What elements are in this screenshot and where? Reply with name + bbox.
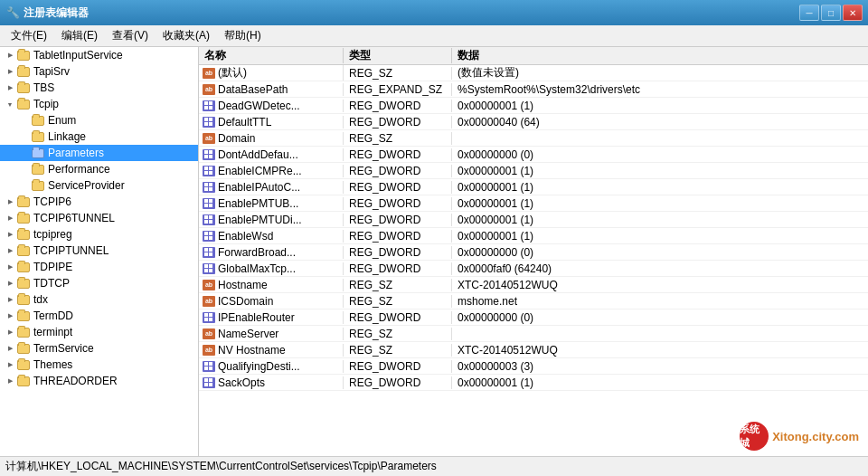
cell-name-11: ForwardBroad... <box>199 246 344 259</box>
tree-node-tdx[interactable]: tdx <box>0 291 198 308</box>
tree-node-terminpt[interactable]: terminpt <box>0 324 198 340</box>
table-row[interactable]: ab(默认)REG_SZ(数值未设置) <box>199 65 868 81</box>
svg-rect-51 <box>209 383 212 386</box>
minimize-button[interactable]: ─ <box>799 5 819 21</box>
cell-name-9: EnablePMTUDi... <box>199 214 344 226</box>
maximize-button[interactable]: □ <box>821 5 841 21</box>
menu-item-编辑(E)[interactable]: 编辑(E) <box>54 26 105 45</box>
tree-label-TermDD: TermDD <box>33 309 73 322</box>
table-row[interactable]: DefaultTTLREG_DWORD0x00000040 (64) <box>199 114 868 130</box>
cell-name-13: abHostname <box>199 279 344 291</box>
tree-node-TermService[interactable]: TermService <box>0 340 198 357</box>
folder-icon-THREADORDER <box>16 375 31 387</box>
svg-rect-43 <box>209 318 212 321</box>
table-row[interactable]: EnablePMTUDi...REG_DWORD0x00000001 (1) <box>199 212 868 228</box>
tree-arrow-TCPIPTUNNEL <box>4 244 16 257</box>
cell-type-0: REG_SZ <box>344 67 452 80</box>
folder-icon-TCPIP6TUNNEL <box>16 212 31 224</box>
tree-node-Themes[interactable]: Themes <box>0 357 198 373</box>
cell-data-10: 0x00000001 (1) <box>452 230 868 243</box>
table-row[interactable]: abDomainREG_SZ <box>199 130 868 147</box>
folder-icon-TCPIP6 <box>16 195 31 208</box>
tree-node-TabletInputService[interactable]: TabletInputService <box>0 47 198 63</box>
tree-node-ServiceProvider[interactable]: ServiceProvider <box>0 177 198 194</box>
table-row[interactable]: SackOptsREG_DWORD0x00000001 (1) <box>199 375 868 391</box>
cell-name-text-15: IPEnableRouter <box>218 311 295 324</box>
tree-node-Tcpip[interactable]: Tcpip <box>0 96 198 112</box>
svg-rect-40 <box>204 313 208 317</box>
tree-node-Performance[interactable]: Performance <box>0 161 198 177</box>
table-header: 名称 类型 数据 <box>199 47 868 65</box>
reg-dword-icon <box>203 149 215 160</box>
cell-name-text-5: DontAddDefau... <box>218 148 298 161</box>
folder-icon-TapiSrv <box>16 65 31 78</box>
tree-node-TermDD[interactable]: TermDD <box>0 308 198 324</box>
tree-node-Enum[interactable]: Enum <box>0 112 198 129</box>
cell-type-6: REG_DWORD <box>344 165 452 177</box>
tree-node-Linkage[interactable]: Linkage <box>0 129 198 145</box>
table-row[interactable]: ForwardBroad...REG_DWORD0x00000000 (0) <box>199 244 868 261</box>
cell-name-text-18: QualifyingDesti... <box>218 360 300 373</box>
tree-label-TapiSrv: TapiSrv <box>33 65 70 78</box>
reg-sz-icon: ab <box>203 345 215 356</box>
tree-node-TapiSrv[interactable]: TapiSrv <box>0 63 198 80</box>
watermark: 系统城 Xitong.city.com <box>740 422 859 451</box>
tree-arrow-tdx <box>4 293 16 306</box>
svg-rect-2 <box>204 106 208 109</box>
cell-name-2: DeadGWDetec... <box>199 100 344 112</box>
table-row[interactable]: EnableICMPRe...REG_DWORD0x00000001 (1) <box>199 163 868 179</box>
table-row[interactable]: abNameServerREG_SZ <box>199 326 868 342</box>
table-row[interactable]: abNV HostnameREG_SZXTC-20140512WUQ <box>199 342 868 358</box>
tree-label-TermService: TermService <box>33 342 94 355</box>
menu-item-文件(E)[interactable]: 文件(E) <box>4 26 54 45</box>
cell-type-1: REG_EXPAND_SZ <box>344 83 452 96</box>
tree-node-TCPIP6TUNNEL[interactable]: TCPIP6TUNNEL <box>0 210 198 226</box>
svg-rect-38 <box>204 269 208 272</box>
table-row[interactable]: DeadGWDetec...REG_DWORD0x00000001 (1) <box>199 98 868 114</box>
cell-data-7: 0x00000001 (1) <box>452 181 868 194</box>
cell-type-5: REG_DWORD <box>344 148 452 161</box>
cell-name-text-17: NV Hostname <box>218 344 286 357</box>
tree-node-THREADORDER[interactable]: THREADORDER <box>0 373 198 389</box>
table-row[interactable]: EnableIPAutoC...REG_DWORD0x00000001 (1) <box>199 179 868 195</box>
tree-node-TDTCP[interactable]: TDTCP <box>0 275 198 291</box>
tree-node-TCPIPTUNNEL[interactable]: TCPIPTUNNEL <box>0 243 198 259</box>
svg-rect-37 <box>209 264 212 268</box>
cell-name-18: QualifyingDesti... <box>199 360 344 373</box>
svg-rect-16 <box>204 183 208 186</box>
svg-rect-19 <box>209 187 212 191</box>
table-row[interactable]: EnableWsdREG_DWORD0x00000001 (1) <box>199 228 868 244</box>
svg-rect-44 <box>204 362 208 366</box>
table-row[interactable]: EnablePMTUB...REG_DWORD0x00000001 (1) <box>199 195 868 212</box>
menu-item-查看(V)[interactable]: 查看(V) <box>105 26 156 45</box>
tree-node-Parameters[interactable]: Parameters <box>0 145 198 161</box>
svg-rect-41 <box>209 313 212 317</box>
menu-item-收藏夹(A)[interactable]: 收藏夹(A) <box>156 26 217 45</box>
tree-node-tcpipreg[interactable]: tcpipreg <box>0 226 198 243</box>
table-row[interactable]: IPEnableRouterREG_DWORD0x00000000 (0) <box>199 309 868 326</box>
table-row[interactable]: DontAddDefau...REG_DWORD0x00000000 (0) <box>199 147 868 163</box>
table-row[interactable]: abDataBasePathREG_EXPAND_SZ%SystemRoot%\… <box>199 81 868 98</box>
menu-item-帮助(H)[interactable]: 帮助(H) <box>217 26 269 45</box>
folder-icon-TBS <box>16 81 31 94</box>
cell-data-1: %SystemRoot%\System32\drivers\etc <box>452 83 868 96</box>
svg-rect-6 <box>204 122 208 126</box>
table-row[interactable]: QualifyingDesti...REG_DWORD0x00000003 (3… <box>199 358 868 375</box>
tree-node-TDPIPE[interactable]: TDPIPE <box>0 259 198 275</box>
tree-node-TCPIP6[interactable]: TCPIP6 <box>0 194 198 210</box>
folder-icon-TermService <box>16 342 31 355</box>
table-row[interactable]: GlobalMaxTcp...REG_DWORD0x0000faf0 (6424… <box>199 261 868 277</box>
table-row[interactable]: abHostnameREG_SZXTC-20140512WUQ <box>199 277 868 293</box>
table-row[interactable]: abICSDomainREG_SZmshome.net <box>199 293 868 309</box>
svg-rect-17 <box>209 183 212 186</box>
svg-rect-7 <box>209 122 212 126</box>
close-button[interactable]: ✕ <box>843 5 863 21</box>
folder-icon-tcpipreg <box>16 228 31 241</box>
reg-dword-icon <box>203 182 215 193</box>
title-bar-buttons: ─ □ ✕ <box>799 5 863 21</box>
tree-arrow-TermDD <box>4 309 16 322</box>
reg-sz-icon: ab <box>203 328 215 339</box>
tree-label-terminpt: terminpt <box>33 326 72 338</box>
tree-node-TBS[interactable]: TBS <box>0 80 198 96</box>
tree-arrow-terminpt <box>4 326 16 338</box>
